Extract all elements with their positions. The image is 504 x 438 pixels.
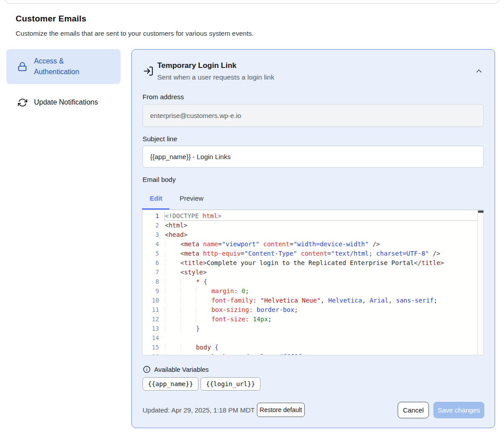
restore-default-button[interactable]: Restore default [257, 403, 305, 417]
panel-subtitle: Sent when a user requests a login link [157, 73, 274, 81]
log-in-icon [143, 66, 154, 76]
sidebar-item-label: Access & Authentication [34, 56, 105, 77]
email-body-label: Email body [143, 176, 176, 183]
lock-icon [17, 61, 28, 72]
tab-preview[interactable]: Preview [180, 194, 203, 202]
page-subtitle: Customize the emails that are sent to yo… [16, 29, 254, 37]
sidebar-item-label: Update Notifications [34, 97, 105, 108]
subject-line-input[interactable] [143, 146, 484, 168]
previous-card-bottom-edge [4, 0, 500, 4]
tab-edit[interactable]: Edit [150, 194, 162, 202]
code-editor-lines: 1<!DOCTYPE html>2<html>3<head>4 <meta na… [143, 211, 483, 355]
subject-line-label: Subject line [143, 135, 177, 143]
editor-scrollbar[interactable] [477, 210, 483, 355]
page-title: Customer Emails [16, 14, 86, 24]
active-tab-underline [142, 208, 169, 210]
code-editor[interactable]: 1<!DOCTYPE html>2<html>3<head>4 <meta na… [142, 210, 484, 355]
save-changes-button[interactable]: Save changes [433, 402, 484, 418]
variable-chip-app-name[interactable]: {{app_name}} [143, 377, 198, 391]
chevron-up-icon[interactable] [475, 67, 483, 76]
customer-emails-page: Customer Emails Customize the emails tha… [0, 0, 504, 438]
sync-icon [17, 97, 28, 108]
available-variables-header: Available Variables [143, 366, 209, 373]
info-icon [143, 366, 151, 373]
panel-title: Temporary Login Link [157, 61, 236, 70]
sidebar-item-update-notifications[interactable]: Update Notifications [6, 92, 121, 113]
editor-scrollbar-thumb[interactable] [478, 211, 483, 213]
updated-timestamp: Updated: Apr 29, 2025, 1:18 PM MDT [143, 406, 255, 414]
sidebar-item-access-authentication[interactable]: Access & Authentication [6, 49, 121, 84]
from-address-label: From address [143, 93, 184, 101]
cancel-button[interactable]: Cancel [398, 402, 429, 418]
variable-chip-login-url[interactable]: {{login_url}} [201, 377, 260, 391]
from-address-input[interactable] [143, 104, 484, 127]
available-variables-label: Available Variables [154, 366, 209, 373]
